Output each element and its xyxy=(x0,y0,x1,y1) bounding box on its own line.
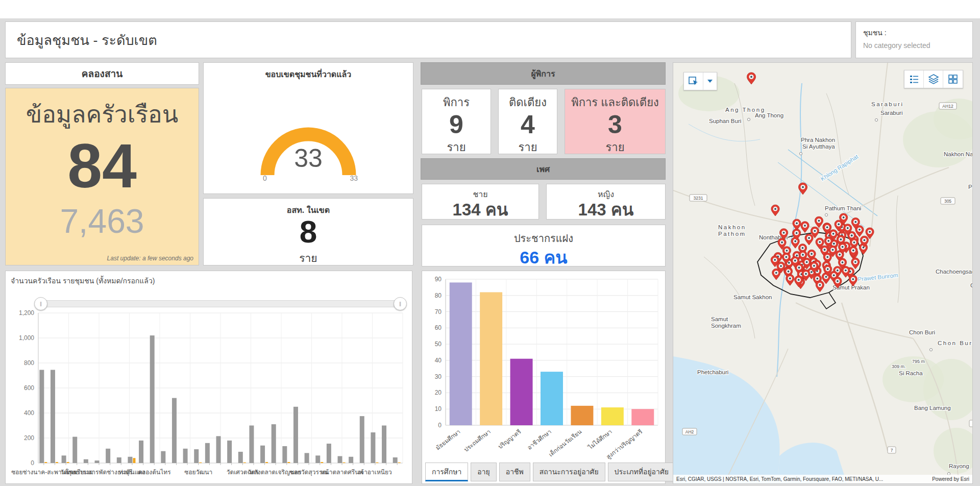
map-canvas[interactable]: Suphan BuriAng ThongAng ThongSaraburiSar… xyxy=(673,63,972,483)
total-bar[interactable] xyxy=(315,455,320,463)
map-place-label: Si Ayutthaya xyxy=(802,143,835,150)
total-bar[interactable] xyxy=(282,446,287,463)
slider-handle-left[interactable]: ∥ xyxy=(34,297,47,310)
filled-bar[interactable] xyxy=(376,463,378,463)
total-bar[interactable] xyxy=(150,335,155,463)
total-bar[interactable] xyxy=(106,449,110,463)
hidden-population-card: ประชากรแฝง 66 คน xyxy=(422,225,666,266)
filled-bar[interactable] xyxy=(321,462,323,463)
total-bar[interactable] xyxy=(216,436,221,463)
male-card: ชาย 134 คน xyxy=(422,184,539,220)
education-bar[interactable] xyxy=(450,282,472,425)
education-bar-chart: 0102030405060708090มัธยมศึกษาประถมศึกษาป… xyxy=(422,272,665,462)
total-bar[interactable] xyxy=(260,446,265,463)
filled-bar[interactable] xyxy=(44,462,47,463)
city-dot xyxy=(875,118,877,121)
y-axis-tick: 80 xyxy=(435,292,442,299)
household-filled-count: 84 xyxy=(67,135,137,197)
total-bar[interactable] xyxy=(371,432,375,463)
female-card: หญิง 143 คน xyxy=(546,184,666,220)
x-axis-label-group: ปริญญาตรี xyxy=(497,428,523,450)
total-bar[interactable] xyxy=(382,426,386,464)
hidden-population-count: 66 คน xyxy=(422,247,665,269)
total-bar[interactable] xyxy=(117,457,121,463)
powered-by-esri: Powered by Esri xyxy=(932,476,969,482)
total-bar[interactable] xyxy=(305,453,309,463)
total-bar[interactable] xyxy=(62,455,66,463)
filled-bar[interactable] xyxy=(243,463,246,463)
filled-bar[interactable] xyxy=(343,463,346,463)
total-bar[interactable] xyxy=(393,457,398,463)
tab-education[interactable]: การศึกษา xyxy=(425,463,468,481)
filled-bar[interactable] xyxy=(133,458,135,463)
total-bar[interactable] xyxy=(161,451,165,463)
map-place-label: Suphan Buri xyxy=(709,118,741,124)
map-place-label: Nakhon xyxy=(718,224,746,230)
total-bar[interactable] xyxy=(139,441,143,463)
education-bar[interactable] xyxy=(541,372,563,425)
total-bar[interactable] xyxy=(249,426,254,464)
basemap-gallery-button[interactable] xyxy=(943,70,963,88)
education-bar[interactable] xyxy=(480,292,502,425)
bedridden-card: ติดเตียง 4 ราย xyxy=(498,89,557,154)
total-bar[interactable] xyxy=(84,459,88,463)
total-bar[interactable] xyxy=(95,460,100,463)
slider-handle-right[interactable]: ∥ xyxy=(394,297,407,310)
tab-residence-status[interactable]: สถานะการอยู่อาศัย xyxy=(533,463,605,481)
legend-button[interactable] xyxy=(904,70,924,88)
map-panel[interactable]: Suphan BuriAng ThongAng ThongSaraburiSar… xyxy=(673,62,973,484)
education-bar[interactable] xyxy=(571,406,593,425)
map-place-label: Prach xyxy=(968,184,972,190)
chart-range-slider[interactable]: ∥ ∥ xyxy=(39,300,402,307)
x-axis-label-group: ไม่ได้ศึกษา xyxy=(587,428,613,451)
tab-occupation[interactable]: อาชีพ xyxy=(499,463,530,481)
total-bar[interactable] xyxy=(349,457,353,463)
osm-count: 8 xyxy=(204,216,413,248)
total-bar[interactable] xyxy=(205,443,210,463)
category-chart-panel: 0102030405060708090มัธยมศึกษาประถมศึกษาป… xyxy=(422,271,666,484)
total-bar[interactable] xyxy=(293,407,298,463)
tab-residence-type[interactable]: ประเภทที่อยู่อาศัย xyxy=(608,463,675,481)
map-select-tool-button[interactable] xyxy=(684,72,703,90)
total-bar[interactable] xyxy=(128,457,132,463)
category-selector-panel[interactable]: ชุมชน : No category selected xyxy=(855,21,973,58)
household-card: ข้อมูลครัวเรือน 84 7,463 Last update: a … xyxy=(5,88,199,265)
total-bar[interactable] xyxy=(360,416,364,463)
education-bar[interactable] xyxy=(510,359,533,425)
filled-bar[interactable] xyxy=(56,462,58,463)
map-select-dropdown-button[interactable] xyxy=(703,72,717,90)
total-bar[interactable] xyxy=(238,452,243,463)
education-bar[interactable] xyxy=(631,409,654,425)
road-shield-label: AH2 xyxy=(685,429,694,434)
layers-button[interactable] xyxy=(924,70,943,88)
total-bar[interactable] xyxy=(227,441,232,463)
total-bar[interactable] xyxy=(272,424,276,463)
total-bar[interactable] xyxy=(194,449,199,463)
filled-bar[interactable] xyxy=(398,463,401,463)
x-axis-label: เจ้าอาเหนียว xyxy=(358,469,392,476)
filled-bar[interactable] xyxy=(265,462,268,463)
map-place-label: Pathum Thani xyxy=(825,205,861,211)
education-bar[interactable] xyxy=(601,407,624,425)
filled-bar[interactable] xyxy=(287,462,290,463)
map-place-label: Samut xyxy=(711,316,728,322)
map-place-label: Songkhram xyxy=(711,323,741,329)
total-bar[interactable] xyxy=(172,398,177,463)
total-bar[interactable] xyxy=(183,449,188,463)
total-bar[interactable] xyxy=(338,456,342,463)
tab-age[interactable]: อายุ xyxy=(471,463,496,481)
category-selector-label: ชุมชน : xyxy=(863,27,965,38)
male-count: 134 คน xyxy=(422,201,538,219)
disabled-card: พิการ 9 ราย xyxy=(422,89,491,154)
filled-bar[interactable] xyxy=(67,462,69,463)
x-axis-label: มัธยมศึกษา xyxy=(434,428,461,451)
total-bar[interactable] xyxy=(327,444,331,463)
total-bar[interactable] xyxy=(39,370,44,463)
total-bar[interactable] xyxy=(51,370,55,463)
y-axis-tick: 40 xyxy=(435,357,442,364)
map-place-label: Saraburi xyxy=(871,101,903,107)
filled-bar[interactable] xyxy=(199,463,202,463)
disabled-count: 9 xyxy=(422,111,491,138)
category-selector-value[interactable]: No category selected xyxy=(863,41,965,50)
total-bar[interactable] xyxy=(72,437,77,463)
